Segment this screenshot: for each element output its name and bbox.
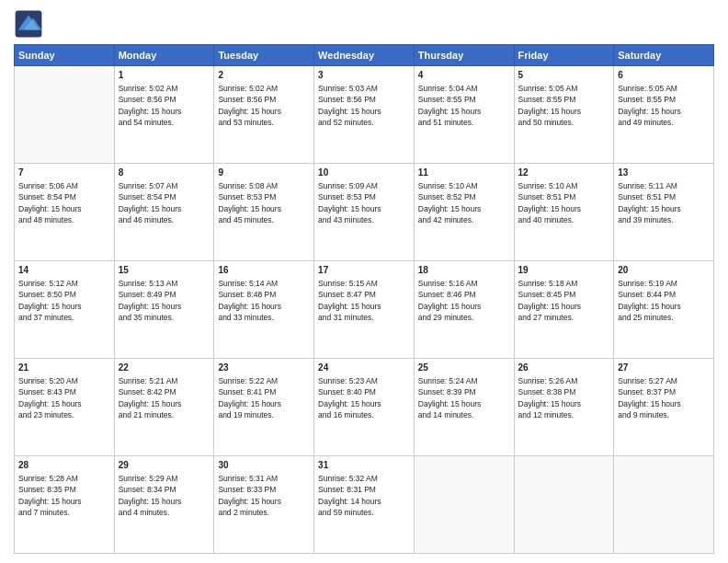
day-number: 26 <box>518 362 610 374</box>
calendar-cell: 20Sunrise: 5:19 AM Sunset: 8:44 PM Dayli… <box>614 261 714 359</box>
day-number: 28 <box>18 459 110 472</box>
day-number: 16 <box>218 264 310 277</box>
calendar-week-row: 7Sunrise: 5:06 AM Sunset: 8:54 PM Daylig… <box>15 164 714 261</box>
calendar-cell: 26Sunrise: 5:26 AM Sunset: 8:38 PM Dayli… <box>514 359 614 456</box>
day-info: Sunrise: 5:13 AM Sunset: 8:49 PM Dayligh… <box>119 278 210 323</box>
calendar-cell: 25Sunrise: 5:24 AM Sunset: 8:39 PM Dayli… <box>414 359 514 456</box>
day-info: Sunrise: 5:21 AM Sunset: 8:42 PM Dayligh… <box>119 375 210 420</box>
calendar-cell: 12Sunrise: 5:10 AM Sunset: 8:51 PM Dayli… <box>514 164 614 261</box>
day-info: Sunrise: 5:32 AM Sunset: 8:31 PM Dayligh… <box>318 473 410 518</box>
day-number: 12 <box>518 167 610 179</box>
day-number: 1 <box>119 69 210 82</box>
calendar-week-row: 14Sunrise: 5:12 AM Sunset: 8:50 PM Dayli… <box>15 261 714 359</box>
calendar-cell <box>614 456 714 554</box>
calendar-cell: 13Sunrise: 5:11 AM Sunset: 8:51 PM Dayli… <box>614 164 714 261</box>
day-info: Sunrise: 5:08 AM Sunset: 8:53 PM Dayligh… <box>218 180 310 225</box>
day-info: Sunrise: 5:23 AM Sunset: 8:40 PM Dayligh… <box>318 375 410 420</box>
day-number: 14 <box>18 264 110 277</box>
calendar-cell: 14Sunrise: 5:12 AM Sunset: 8:50 PM Dayli… <box>15 261 115 359</box>
day-number: 18 <box>418 264 510 277</box>
day-info: Sunrise: 5:22 AM Sunset: 8:41 PM Dayligh… <box>218 375 310 420</box>
day-number: 9 <box>218 167 310 179</box>
day-number: 24 <box>318 362 410 374</box>
day-number: 30 <box>218 459 310 472</box>
day-info: Sunrise: 5:28 AM Sunset: 8:35 PM Dayligh… <box>18 473 110 518</box>
day-info: Sunrise: 5:14 AM Sunset: 8:48 PM Dayligh… <box>218 278 310 323</box>
calendar-cell: 29Sunrise: 5:29 AM Sunset: 8:34 PM Dayli… <box>114 456 214 554</box>
calendar-table: SundayMondayTuesdayWednesdayThursdayFrid… <box>14 44 714 554</box>
page: SundayMondayTuesdayWednesdayThursdayFrid… <box>0 0 728 563</box>
day-number: 7 <box>18 167 110 179</box>
calendar-cell <box>414 456 514 554</box>
day-info: Sunrise: 5:20 AM Sunset: 8:43 PM Dayligh… <box>18 375 110 420</box>
day-info: Sunrise: 5:11 AM Sunset: 8:51 PM Dayligh… <box>618 180 710 225</box>
calendar-header-row: SundayMondayTuesdayWednesdayThursdayFrid… <box>15 45 714 66</box>
calendar-cell: 17Sunrise: 5:15 AM Sunset: 8:47 PM Dayli… <box>314 261 415 359</box>
calendar-cell: 1Sunrise: 5:02 AM Sunset: 8:56 PM Daylig… <box>114 66 214 164</box>
day-number: 3 <box>318 69 410 82</box>
calendar-cell: 23Sunrise: 5:22 AM Sunset: 8:41 PM Dayli… <box>214 359 314 456</box>
day-info: Sunrise: 5:24 AM Sunset: 8:39 PM Dayligh… <box>418 375 510 420</box>
day-info: Sunrise: 5:15 AM Sunset: 8:47 PM Dayligh… <box>318 278 410 323</box>
day-info: Sunrise: 5:12 AM Sunset: 8:50 PM Dayligh… <box>18 278 110 323</box>
calendar-cell: 27Sunrise: 5:27 AM Sunset: 8:37 PM Dayli… <box>614 359 714 456</box>
day-number: 8 <box>119 167 210 179</box>
day-number: 29 <box>119 459 210 472</box>
day-number: 19 <box>518 264 610 277</box>
calendar-cell: 5Sunrise: 5:05 AM Sunset: 8:55 PM Daylig… <box>514 66 614 164</box>
weekday-header: Thursday <box>414 45 514 66</box>
calendar-cell: 31Sunrise: 5:32 AM Sunset: 8:31 PM Dayli… <box>314 456 415 554</box>
day-info: Sunrise: 5:06 AM Sunset: 8:54 PM Dayligh… <box>18 180 110 225</box>
day-number: 21 <box>18 362 110 374</box>
day-number: 25 <box>418 362 510 374</box>
weekday-header: Wednesday <box>314 45 415 66</box>
calendar-cell: 4Sunrise: 5:04 AM Sunset: 8:55 PM Daylig… <box>414 66 514 164</box>
day-number: 31 <box>318 459 410 472</box>
day-number: 27 <box>618 362 710 374</box>
day-number: 2 <box>218 69 310 82</box>
weekday-header: Sunday <box>15 45 115 66</box>
calendar-cell: 24Sunrise: 5:23 AM Sunset: 8:40 PM Dayli… <box>314 359 415 456</box>
logo <box>14 9 47 39</box>
weekday-header: Friday <box>514 45 614 66</box>
calendar-cell: 10Sunrise: 5:09 AM Sunset: 8:53 PM Dayli… <box>314 164 415 261</box>
day-number: 6 <box>618 69 710 82</box>
calendar-cell: 21Sunrise: 5:20 AM Sunset: 8:43 PM Dayli… <box>15 359 115 456</box>
day-info: Sunrise: 5:05 AM Sunset: 8:55 PM Dayligh… <box>518 83 610 128</box>
calendar-week-row: 1Sunrise: 5:02 AM Sunset: 8:56 PM Daylig… <box>15 66 714 164</box>
calendar-cell: 28Sunrise: 5:28 AM Sunset: 8:35 PM Dayli… <box>15 456 115 554</box>
day-number: 17 <box>318 264 410 277</box>
day-number: 22 <box>119 362 210 374</box>
calendar-cell: 7Sunrise: 5:06 AM Sunset: 8:54 PM Daylig… <box>15 164 115 261</box>
day-info: Sunrise: 5:10 AM Sunset: 8:52 PM Dayligh… <box>418 180 510 225</box>
day-info: Sunrise: 5:19 AM Sunset: 8:44 PM Dayligh… <box>618 278 710 323</box>
calendar-cell: 16Sunrise: 5:14 AM Sunset: 8:48 PM Dayli… <box>214 261 314 359</box>
day-number: 11 <box>418 167 510 179</box>
calendar-cell <box>514 456 614 554</box>
day-info: Sunrise: 5:26 AM Sunset: 8:38 PM Dayligh… <box>518 375 610 420</box>
day-info: Sunrise: 5:04 AM Sunset: 8:55 PM Dayligh… <box>418 83 510 128</box>
calendar-cell: 9Sunrise: 5:08 AM Sunset: 8:53 PM Daylig… <box>214 164 314 261</box>
day-number: 23 <box>218 362 310 374</box>
day-number: 13 <box>618 167 710 179</box>
weekday-header: Monday <box>114 45 214 66</box>
day-number: 10 <box>318 167 410 179</box>
calendar-cell: 30Sunrise: 5:31 AM Sunset: 8:33 PM Dayli… <box>214 456 314 554</box>
day-number: 4 <box>418 69 510 82</box>
calendar-cell: 19Sunrise: 5:18 AM Sunset: 8:45 PM Dayli… <box>514 261 614 359</box>
day-info: Sunrise: 5:16 AM Sunset: 8:46 PM Dayligh… <box>418 278 510 323</box>
day-number: 20 <box>618 264 710 277</box>
day-number: 5 <box>518 69 610 82</box>
calendar-cell: 11Sunrise: 5:10 AM Sunset: 8:52 PM Dayli… <box>414 164 514 261</box>
calendar-cell: 22Sunrise: 5:21 AM Sunset: 8:42 PM Dayli… <box>114 359 214 456</box>
day-info: Sunrise: 5:31 AM Sunset: 8:33 PM Dayligh… <box>218 473 310 518</box>
day-info: Sunrise: 5:03 AM Sunset: 8:56 PM Dayligh… <box>318 83 410 128</box>
day-info: Sunrise: 5:18 AM Sunset: 8:45 PM Dayligh… <box>518 278 610 323</box>
calendar-cell: 18Sunrise: 5:16 AM Sunset: 8:46 PM Dayli… <box>414 261 514 359</box>
day-info: Sunrise: 5:10 AM Sunset: 8:51 PM Dayligh… <box>518 180 610 225</box>
day-info: Sunrise: 5:27 AM Sunset: 8:37 PM Dayligh… <box>618 375 710 420</box>
day-number: 15 <box>119 264 210 277</box>
weekday-header: Saturday <box>614 45 714 66</box>
weekday-header: Tuesday <box>214 45 314 66</box>
logo-icon <box>14 9 43 39</box>
